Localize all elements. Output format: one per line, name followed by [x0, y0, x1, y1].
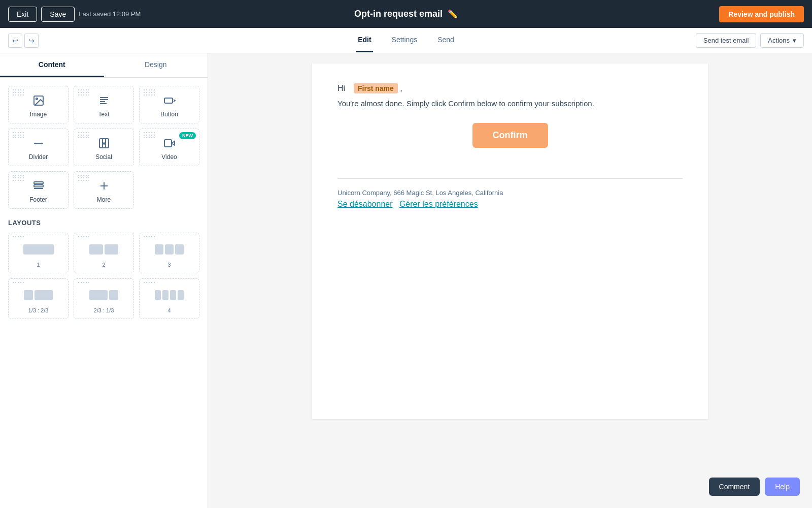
drag-handle — [78, 236, 90, 243]
firstname-personalization-tag[interactable]: First name — [354, 83, 398, 93]
component-image[interactable]: Image — [8, 86, 69, 123]
component-footer[interactable]: Footer — [8, 171, 69, 209]
confirm-button-wrapper: Confirm — [337, 123, 683, 148]
layout-block — [89, 244, 103, 255]
divider-icon — [32, 137, 45, 149]
component-social[interactable]: Social — [74, 129, 134, 166]
email-body-text: You're almost done. Simply click Confirm… — [337, 99, 683, 108]
tab-bar: ↩ ↪ Edit Settings Send Send test email A… — [0, 28, 812, 53]
layout-grid: 1 2 — [8, 233, 199, 319]
component-more-label: More — [97, 196, 111, 203]
header-center: Opt-in request email ✏️ — [354, 9, 458, 19]
layout-block — [175, 244, 184, 255]
layout-block — [162, 290, 168, 300]
layout-onethird-preview — [21, 287, 56, 303]
component-button[interactable]: Button — [139, 86, 199, 123]
component-image-label: Image — [30, 111, 47, 118]
last-saved-text: Last saved 12:09 PM — [79, 10, 141, 18]
drag-handle — [78, 175, 90, 181]
svg-rect-11 — [34, 182, 43, 184]
undo-redo-group: ↩ ↪ — [8, 34, 39, 48]
svg-point-1 — [36, 98, 38, 100]
tab-send[interactable]: Send — [435, 28, 456, 52]
drag-handle — [144, 89, 155, 96]
component-divider-label: Divider — [29, 153, 48, 161]
layout-block — [24, 290, 33, 300]
layout-block — [105, 244, 118, 255]
greeting-hi: Hi — [337, 84, 345, 92]
footer-icon — [32, 180, 45, 192]
layout-1[interactable]: 1 — [8, 233, 69, 273]
tab-settings[interactable]: Settings — [390, 28, 420, 52]
layout-1-preview — [21, 241, 56, 258]
svg-rect-12 — [34, 185, 43, 187]
layout-block — [170, 290, 176, 300]
tab-bar-right: Send test email Actions ▾ — [696, 33, 804, 48]
more-icon — [98, 180, 110, 192]
header-left: Exit Save Last saved 12:09 PM — [8, 7, 141, 22]
layout-4-preview — [152, 287, 187, 303]
layout-4-label: 4 — [167, 307, 171, 313]
layout-2[interactable]: 2 — [74, 233, 134, 273]
tab-edit[interactable]: Edit — [356, 28, 373, 52]
new-badge: NEW — [179, 132, 196, 139]
manage-preferences-link[interactable]: Gérer les préférences — [399, 200, 478, 208]
header-right: Review and publish — [719, 6, 804, 22]
actions-button[interactable]: Actions ▾ — [760, 33, 804, 48]
sidebar-content: Image Text — [0, 78, 208, 327]
unsubscribe-link[interactable]: Se désabonner — [337, 200, 393, 208]
layout-twothird-label: 2/3 : 1/3 — [94, 307, 114, 313]
layout-2-preview — [86, 241, 122, 258]
main-header: Exit Save Last saved 12:09 PM Opt-in req… — [0, 0, 812, 28]
drag-handle — [13, 282, 24, 289]
layout-onethird-label: 1/3 : 2/3 — [28, 307, 49, 313]
button-icon — [163, 94, 176, 107]
chevron-down-icon: ▾ — [793, 37, 796, 44]
layout-3-label: 3 — [167, 262, 171, 268]
page-title: Opt-in request email — [354, 9, 443, 19]
sidebar-tab-design[interactable]: Design — [104, 53, 208, 77]
image-icon — [32, 94, 45, 107]
component-text[interactable]: Text — [74, 86, 134, 123]
email-footer: Unicorn Company, 666 Magic St, Los Angel… — [337, 178, 683, 209]
text-icon — [98, 94, 110, 107]
layout-2-label: 2 — [102, 262, 105, 268]
sidebar-tabs: Content Design — [0, 53, 208, 78]
review-publish-button[interactable]: Review and publish — [719, 6, 804, 22]
layout-two-third[interactable]: 2/3 : 1/3 — [74, 278, 134, 319]
layout-block — [89, 290, 108, 300]
drag-handle — [78, 282, 90, 289]
drag-handle — [144, 132, 155, 139]
component-more[interactable]: More — [74, 171, 134, 209]
drag-handle — [13, 175, 24, 181]
exit-button[interactable]: Exit — [8, 7, 37, 22]
component-video[interactable]: NEW Video — [139, 129, 199, 166]
component-divider[interactable]: Divider — [8, 129, 69, 166]
video-icon — [163, 137, 176, 149]
undo-button[interactable]: ↩ — [8, 34, 22, 48]
edit-title-icon[interactable]: ✏️ — [448, 9, 458, 19]
redo-button[interactable]: ↪ — [24, 34, 39, 48]
drag-handle — [13, 89, 24, 96]
component-button-label: Button — [160, 111, 178, 118]
drag-handle — [144, 282, 155, 289]
help-button[interactable]: Help — [765, 478, 800, 496]
drag-handle — [78, 132, 90, 139]
component-social-label: Social — [95, 153, 112, 161]
layout-one-third[interactable]: 1/3 : 2/3 — [8, 278, 69, 319]
svg-rect-6 — [164, 98, 173, 103]
layout-block — [155, 244, 163, 255]
layout-4[interactable]: 4 — [139, 278, 199, 319]
send-test-email-button[interactable]: Send test email — [696, 33, 757, 48]
save-button[interactable]: Save — [41, 7, 75, 22]
layout-3[interactable]: 3 — [139, 233, 199, 273]
email-greeting: Hi First name , — [337, 84, 683, 93]
sidebar-tab-content[interactable]: Content — [0, 53, 104, 77]
footer-links: Se désabonner Gérer les préférences — [337, 200, 683, 209]
component-grid: Image Text — [8, 86, 199, 209]
greeting-comma: , — [400, 84, 402, 92]
layout-block — [109, 290, 118, 300]
layout-block — [165, 244, 174, 255]
comment-button[interactable]: Comment — [709, 478, 760, 496]
confirm-button[interactable]: Confirm — [472, 123, 548, 148]
